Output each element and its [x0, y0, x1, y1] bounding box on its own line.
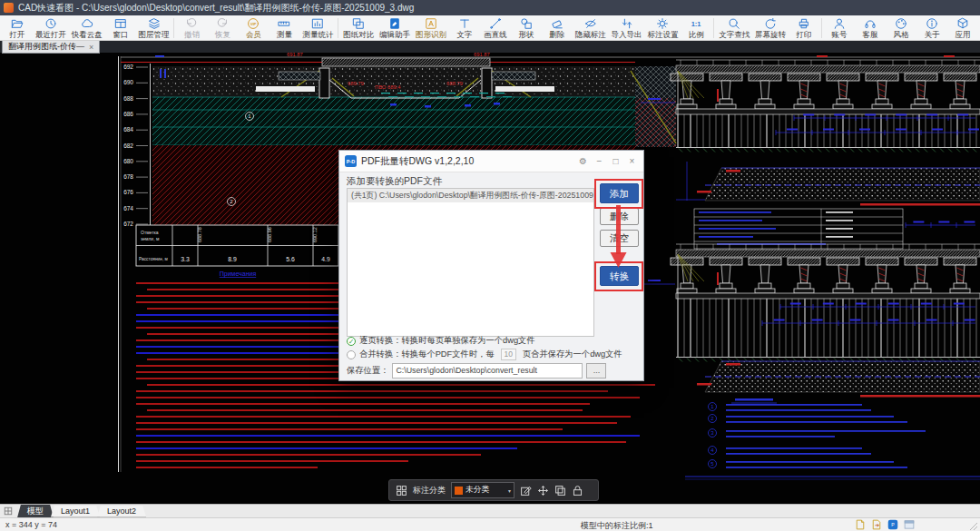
document-tab[interactable]: 翻译用例图纸-价传— ×	[2, 40, 100, 54]
lock-icon[interactable]	[572, 485, 583, 497]
toolbar-import-export[interactable]: 导入导出	[609, 16, 645, 40]
resize-grip[interactable]	[968, 521, 978, 531]
classify-dropdown[interactable]: 未分类 ▾	[451, 482, 514, 498]
elevation-label: 688	[123, 95, 133, 102]
recognize-icon	[425, 17, 437, 30]
toolbar-apps[interactable]: 应用	[947, 16, 978, 40]
copy-icon[interactable]	[554, 485, 566, 497]
radio-unchecked-icon[interactable]	[347, 350, 356, 359]
toolbar-compare[interactable]: 图纸对比	[340, 16, 377, 40]
toolbar-cloud[interactable]: 快看云盘	[69, 16, 105, 40]
toolbar-recognize[interactable]: 图形识别	[413, 16, 449, 40]
option-merge[interactable]: 合并转换：转换每个PDF文件时，每 10 页合并保存为一个dwg文件	[347, 349, 622, 360]
toolbar-vip[interactable]: VIP会员	[238, 16, 269, 40]
elevation-label: 680	[123, 158, 133, 164]
toolbar-label: 快看云盘	[72, 31, 103, 39]
toolbar-window[interactable]: 窗口	[105, 16, 136, 40]
line-icon	[489, 17, 502, 30]
grid-icon[interactable]	[396, 485, 407, 497]
add-files-label: 添加要转换的PDF文件	[347, 175, 442, 188]
close-icon[interactable]: ×	[626, 156, 638, 166]
toolbar-ruler[interactable]: 测量	[269, 16, 299, 40]
maximize-icon[interactable]: □	[610, 156, 622, 166]
stats-icon	[311, 17, 324, 30]
toolbar-line[interactable]: 画直线	[480, 16, 511, 40]
svg-text:1:1: 1:1	[691, 20, 701, 28]
toolbar-style[interactable]: 风格	[886, 16, 916, 40]
toolbar-hide-marks[interactable]: 隐藏标注	[573, 16, 609, 40]
toolbar-label: 测量	[277, 31, 292, 39]
convert-button[interactable]: 转换	[600, 266, 639, 286]
pdf-dwg-tray-icon[interactable]: P	[887, 519, 898, 530]
legend-number: 3	[710, 430, 714, 436]
layout-tab-模型[interactable]: 模型	[17, 505, 54, 518]
export-doc-icon[interactable]	[871, 519, 882, 530]
toolbar-shapes[interactable]: 形状	[511, 16, 542, 40]
distance-value: 3.3	[181, 256, 190, 262]
toolbar-rotate[interactable]: 屏幕旋转	[752, 16, 789, 40]
toolbar-mark-settings[interactable]: 标注设置	[644, 16, 681, 40]
bridge-section	[641, 244, 980, 362]
toolbar-label: 删除	[549, 31, 564, 39]
edit-icon[interactable]	[520, 485, 532, 497]
save-path-input[interactable]: C:\Users\glodon\Desktop\convert_result	[392, 363, 583, 379]
toolbar-headset[interactable]: 客服	[855, 16, 886, 40]
clear-button[interactable]: 清空	[600, 230, 639, 247]
toolbar-stats[interactable]: 测量统计	[299, 16, 336, 40]
toolbar-folder-open[interactable]: 打开	[2, 16, 33, 40]
svg-text:Отметка: Отметка	[141, 230, 159, 235]
radio-checked-icon[interactable]: ✓	[347, 337, 356, 346]
toolbar-layers[interactable]: 图层管理	[136, 16, 172, 40]
distance-value: 4.9	[321, 256, 330, 262]
dialog-title: PDF批量转DWG v1,2,2,10	[361, 155, 573, 168]
close-icon[interactable]: ×	[89, 43, 93, 52]
status-bar: x = 344 y = 74 模型中的标注比例:1 P	[0, 517, 980, 531]
settings-gear-icon[interactable]: ⚙	[577, 156, 589, 166]
toolbar-label: 风格	[893, 31, 908, 39]
toolbar-undo[interactable]: 撤销	[176, 16, 207, 40]
ruler-icon	[278, 17, 290, 30]
toolbar-label: 打印	[796, 31, 811, 39]
toolbar-text[interactable]: 文字	[449, 16, 480, 40]
toolbar-clock[interactable]: 最近打开	[33, 16, 69, 40]
elevation-label: 682	[123, 143, 133, 149]
option-per-page[interactable]: ✓ 逐页转换：转换时每页单独保存为一个dwg文件	[347, 335, 535, 347]
pdf-file-item[interactable]: (共1页) C:\Users\glodon\Desktop\翻译用例图纸-价传-…	[348, 189, 593, 202]
layout-tab-Layout1[interactable]: Layout1	[51, 506, 100, 517]
pdf-file-list[interactable]: (共1页) C:\Users\glodon\Desktop\翻译用例图纸-价传-…	[347, 188, 594, 337]
elevation-label: 672	[123, 221, 133, 227]
toolbar-label: 文字查找	[719, 31, 750, 39]
edit-assistant-icon	[388, 17, 401, 30]
toolbar-edit-assistant[interactable]: 编辑助手	[377, 16, 413, 40]
layout-tab-Layout2[interactable]: Layout2	[97, 506, 146, 517]
elevation-label: 678	[123, 173, 133, 180]
dialog-titlebar[interactable]: P-D PDF批量转DWG v1,2,2,10 ⚙ − □ ×	[339, 151, 643, 172]
toolbar-about[interactable]: 关于	[916, 16, 947, 40]
toolbar-eraser[interactable]: 删除	[542, 16, 573, 40]
elevation-label: 674	[123, 205, 133, 211]
toolbar-label: 画直线	[484, 31, 507, 39]
panel-icon[interactable]	[904, 519, 915, 530]
toolbar-print[interactable]: 打印	[789, 16, 819, 40]
shapes-icon	[520, 17, 533, 30]
delete-button[interactable]: 删除	[600, 208, 639, 225]
browse-button[interactable]: ...	[586, 363, 606, 379]
merge-pages-input[interactable]: 10	[501, 349, 516, 360]
toolbar-redo[interactable]: 恢复	[207, 16, 238, 40]
sheet-grid-icon[interactable]	[4, 506, 13, 516]
toolbar-user[interactable]: 账号	[824, 16, 855, 40]
toolbar-label: 形状	[518, 31, 534, 39]
toolbar-label: 账号	[831, 31, 847, 39]
toolbar-label: 关于	[924, 31, 939, 39]
minimize-icon[interactable]: −	[593, 156, 605, 166]
toolbar-scale[interactable]: 1:1比例	[681, 16, 711, 40]
compare-icon	[352, 17, 365, 30]
option-per-page-label: 逐页转换：转换时每页单独保存为一个dwg文件	[359, 335, 535, 347]
text-icon	[458, 17, 471, 30]
toolbar-label: 撤销	[184, 31, 200, 39]
legend-number: 4	[710, 447, 714, 453]
toolbar-text-search[interactable]: 文字查找	[716, 16, 752, 40]
document-icon[interactable]	[855, 519, 866, 530]
move-icon[interactable]	[537, 485, 549, 497]
add-button[interactable]: 添加	[600, 183, 639, 203]
